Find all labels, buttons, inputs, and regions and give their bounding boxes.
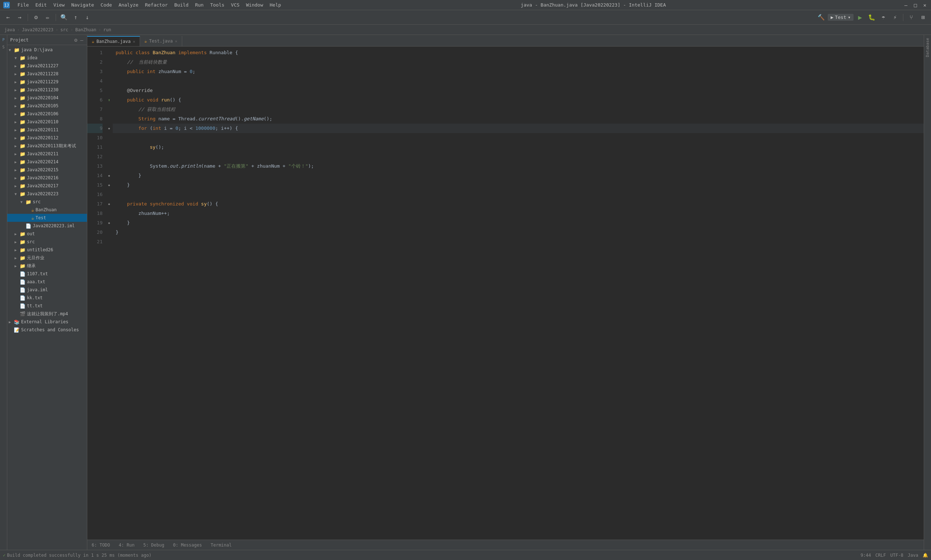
tree-item[interactable]: ▼📁src	[7, 198, 87, 206]
tree-item[interactable]: ▶📁Java20220216	[7, 174, 87, 182]
database-panel-toggle[interactable]: Database	[925, 35, 930, 60]
debug-tab[interactable]: 5: Debug	[139, 540, 169, 550]
run-configuration[interactable]: ▶ Test ▾	[828, 14, 854, 21]
menu-vcs[interactable]: VCS	[228, 2, 242, 8]
toolbar-settings[interactable]: ⚙	[31, 12, 41, 23]
code-line[interactable]: sy();	[113, 143, 924, 152]
code-line[interactable]: // 获取当前线程	[113, 105, 924, 114]
project-icon[interactable]: P	[0, 36, 7, 43]
code-line[interactable]	[113, 190, 924, 199]
tab-close-banzhuanjava[interactable]: ✕	[133, 39, 135, 44]
tree-item[interactable]: 📄1107.txt	[7, 270, 87, 278]
code-line[interactable]	[113, 237, 924, 246]
terminal-tab[interactable]: Terminal	[206, 540, 236, 550]
menu-run[interactable]: Run	[192, 2, 206, 8]
code-line[interactable]: zhuanNum++;	[113, 209, 924, 218]
notifications[interactable]: 🔔	[923, 553, 928, 558]
coverage-button[interactable]: ☂	[878, 12, 888, 23]
code-line[interactable]: }	[113, 218, 924, 228]
menu-build[interactable]: Build	[171, 2, 191, 8]
tree-item[interactable]: ▶📁Java20220112	[7, 134, 87, 142]
toolbar-forward[interactable]: →	[15, 12, 25, 23]
todo-tab[interactable]: 6: TODO	[87, 540, 115, 550]
code-line[interactable]	[113, 133, 924, 143]
toolbar-git[interactable]: ⑂	[906, 12, 916, 23]
tree-item[interactable]: ▶📁Java20220215	[7, 166, 87, 174]
menu-analyze[interactable]: Analyze	[115, 2, 142, 8]
menu-window[interactable]: Window	[243, 2, 266, 8]
menu-file[interactable]: File	[15, 2, 32, 8]
file-type[interactable]: Java	[908, 553, 918, 558]
tree-item[interactable]: ▶📁out	[7, 230, 87, 238]
tab-testjava[interactable]: ☕ Test.java ✕	[140, 36, 182, 46]
breadcrumb-src[interactable]: src	[60, 27, 68, 32]
code-line[interactable]: public void run() {	[113, 95, 924, 105]
maximize-button[interactable]: □	[912, 2, 919, 8]
tree-item[interactable]: ▶📁Java20220110	[7, 118, 87, 126]
tree-item[interactable]: ▶📁Java20220106	[7, 110, 87, 118]
breadcrumb-method[interactable]: run	[103, 27, 111, 32]
close-button[interactable]: ✕	[922, 2, 928, 8]
tree-item[interactable]: ▶📁src	[7, 238, 87, 246]
code-line[interactable]: private synchronized void sy() {	[113, 199, 924, 209]
tree-item[interactable]: ▶📁Java20220111	[7, 126, 87, 134]
toolbar-update[interactable]: ↓	[82, 12, 92, 23]
tree-item[interactable]: 📄Java20220223.iml	[7, 222, 87, 230]
code-line[interactable]: }	[113, 171, 924, 180]
tree-item[interactable]: 🎬这就让我装到了.mp4	[7, 310, 87, 318]
structure-icon[interactable]: S	[0, 44, 7, 50]
breadcrumb-class[interactable]: BanZhuan	[75, 27, 96, 32]
toolbar-edit[interactable]: ✏	[43, 12, 53, 23]
run-button[interactable]: ▶	[855, 12, 865, 23]
toolbar-back[interactable]: ←	[3, 12, 13, 23]
editor-content[interactable]: 123456789101112131415161718192021 ⬆◆◆◆◆◆…	[87, 46, 924, 540]
tree-item[interactable]: ▶📁Java20211227	[7, 62, 87, 70]
menu-code[interactable]: Code	[98, 2, 115, 8]
run-tab[interactable]: 4: Run	[115, 540, 139, 550]
code-line[interactable]	[113, 152, 924, 162]
tree-item[interactable]: ▶📁Java20220211	[7, 150, 87, 158]
tree-item[interactable]: ▶📁Java20220217	[7, 182, 87, 190]
code-line[interactable]	[113, 76, 924, 86]
tree-item[interactable]: ☕BanZhuan	[7, 206, 87, 214]
tree-item[interactable]: ▶📁Java20220105	[7, 102, 87, 110]
code-area[interactable]: public class BanZhuan implements Runnabl…	[113, 46, 924, 540]
tree-item[interactable]: 📄kk.txt	[7, 294, 87, 302]
tree-item[interactable]: ▶📁Java20220214	[7, 158, 87, 166]
code-line[interactable]: public class BanZhuan implements Runnabl…	[113, 48, 924, 57]
tree-item[interactable]: ▶📁java20220104	[7, 94, 87, 102]
tab-close-testjava[interactable]: ✕	[175, 39, 177, 44]
tree-item[interactable]: ▶📁untitled26	[7, 246, 87, 254]
tree-item[interactable]: 📄aaa.txt	[7, 278, 87, 286]
tree-item[interactable]: 📝Scratches and Consoles	[7, 326, 87, 334]
code-line[interactable]: }	[113, 228, 924, 237]
menu-navigate[interactable]: Navigate	[68, 2, 97, 8]
tree-item[interactable]: ▼📁idea	[7, 54, 87, 62]
debug-button[interactable]: 🐛	[866, 12, 877, 23]
profile-button[interactable]: ⚡	[890, 12, 900, 23]
toolbar-search[interactable]: 🔍	[59, 12, 69, 23]
panel-settings-btn[interactable]: ⚙	[74, 36, 78, 44]
toolbar-build[interactable]: 🔨	[816, 12, 826, 23]
code-line[interactable]: System.out.println(name + "正在搬第" + zhuan…	[113, 162, 924, 171]
code-line[interactable]: }	[113, 180, 924, 190]
tree-item[interactable]: ▼📁java D:\java	[7, 46, 87, 54]
tree-item[interactable]: ▶📁java20211229	[7, 78, 87, 86]
toolbar-vcs[interactable]: ↑	[71, 12, 81, 23]
menu-edit[interactable]: Edit	[32, 2, 49, 8]
menu-refactor[interactable]: Refactor	[142, 2, 171, 8]
code-line[interactable]: public int zhuanNum = 0;	[113, 67, 924, 76]
code-line[interactable]: // 当前砖块数量	[113, 57, 924, 67]
breadcrumb-java[interactable]: java	[5, 27, 15, 32]
tree-item[interactable]: ▼📁Java20220223	[7, 190, 87, 198]
messages-tab[interactable]: 0: Messages	[169, 540, 206, 550]
tree-item[interactable]: 📄java.iml	[7, 286, 87, 294]
tab-banzhuanjava[interactable]: ☕ BanZhuan.java ✕	[87, 36, 140, 46]
tree-item[interactable]: ▶📁Java20211230	[7, 86, 87, 94]
tree-item[interactable]: ▶📁Java20211228	[7, 70, 87, 78]
tree-item[interactable]: ☕Test	[7, 214, 87, 222]
code-line[interactable]: @Override	[113, 86, 924, 95]
menu-tools[interactable]: Tools	[207, 2, 227, 8]
tree-item[interactable]: 📄tt.txt	[7, 302, 87, 310]
line-col-indicator[interactable]: 9:44	[860, 553, 871, 558]
